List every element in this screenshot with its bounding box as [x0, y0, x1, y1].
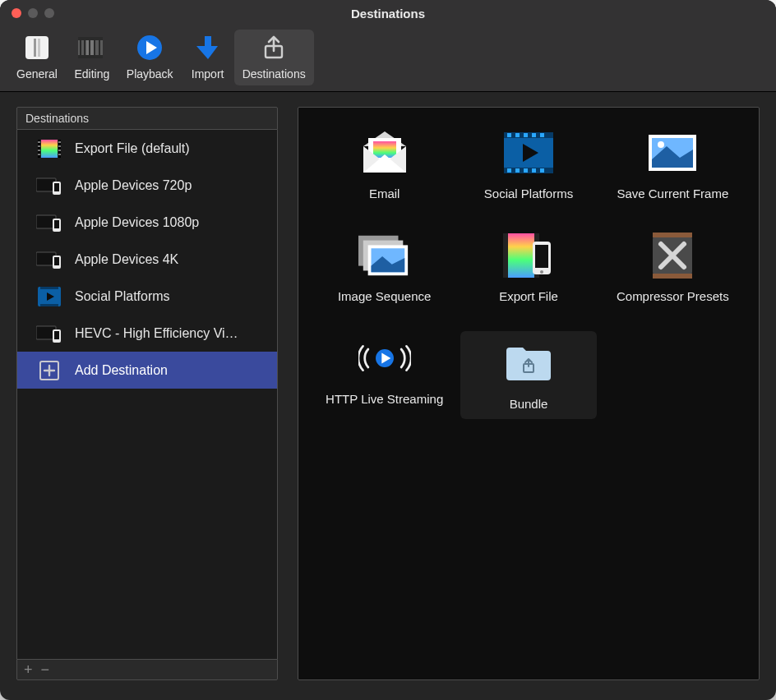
destinations-sidebar: Destinations Export File (default) Apple… [16, 107, 278, 680]
template-export-file[interactable]: Export File [460, 228, 596, 303]
svg-rect-80 [653, 274, 692, 279]
template-label: HTTP Live Streaming [326, 392, 443, 406]
sidebar-item-label: Apple Devices 1080p [75, 215, 199, 230]
svg-rect-58 [507, 168, 511, 173]
template-bundle[interactable]: Bundle [460, 331, 596, 419]
sidebar-item-label: Export File (default) [75, 141, 190, 156]
sidebar-footer: + − [16, 659, 278, 680]
template-label: Email [369, 187, 400, 200]
sequence-icon [358, 232, 411, 279]
sidebar-item-export-file-default[interactable]: Export File (default) [17, 130, 277, 167]
svg-rect-1 [34, 39, 36, 57]
svg-rect-38 [40, 287, 58, 289]
svg-rect-10 [89, 37, 90, 58]
devices-icon [35, 175, 63, 196]
sidebar-item-apple-1080p[interactable]: Apple Devices 1080p [17, 204, 277, 241]
svg-rect-22 [38, 150, 40, 151]
zoom-window-button[interactable] [44, 8, 54, 18]
template-image-sequence[interactable]: Image Sequence [316, 228, 452, 303]
template-save-current-frame[interactable]: Save Current Frame [605, 126, 741, 200]
svg-rect-79 [653, 233, 692, 237]
sidebar-item-label: Apple Devices 720p [75, 178, 192, 193]
tab-destinations-label: Destinations [242, 67, 306, 81]
sidebar-item-apple-720p[interactable]: Apple Devices 720p [17, 167, 277, 204]
templates-grid: Email Social Platforms Save Current Fram… [316, 126, 741, 419]
social-film-icon [502, 129, 555, 177]
template-label: Export File [499, 289, 558, 303]
devices-icon [35, 212, 63, 233]
svg-rect-24 [58, 141, 61, 143]
devices-icon [35, 323, 63, 344]
svg-rect-61 [532, 168, 536, 173]
svg-rect-62 [540, 168, 544, 173]
editing-icon [74, 30, 110, 66]
picture-icon [646, 129, 699, 177]
template-label: Bundle [510, 397, 548, 411]
svg-rect-54 [515, 133, 520, 137]
sidebar-item-apple-4k[interactable]: Apple Devices 4K [17, 241, 277, 278]
template-email[interactable]: Email [316, 126, 452, 200]
tab-destinations[interactable]: Destinations [234, 30, 314, 85]
email-icon [358, 129, 411, 177]
minimize-window-button[interactable] [28, 8, 38, 18]
svg-rect-55 [524, 133, 528, 137]
sidebar-item-hevc[interactable]: HEVC - High Efficiency Vi… [17, 315, 277, 352]
svg-rect-23 [38, 154, 40, 155]
sidebar-item-label: HEVC - High Efficiency Vi… [75, 326, 238, 341]
template-http-live-streaming[interactable]: HTTP Live Streaming [316, 331, 452, 419]
template-label: Compressor Presets [617, 289, 729, 303]
add-destination-button[interactable]: + [24, 662, 33, 677]
svg-rect-33 [54, 220, 59, 228]
window-controls [0, 8, 54, 18]
titlebar: Destinations [0, 0, 776, 26]
svg-rect-39 [40, 304, 58, 306]
sidebar-item-add-destination[interactable]: Add Destination [17, 352, 277, 389]
template-label: Social Platforms [484, 187, 573, 200]
destinations-icon [256, 30, 292, 66]
general-icon [19, 30, 55, 66]
tab-playback-label: Playback [127, 67, 173, 81]
svg-rect-53 [507, 133, 511, 137]
devices-icon [35, 249, 63, 270]
svg-rect-9 [84, 37, 85, 58]
tab-import[interactable]: Import [182, 30, 234, 85]
svg-rect-57 [540, 133, 544, 137]
svg-point-77 [540, 270, 543, 274]
template-social-platforms[interactable]: Social Platforms [460, 126, 596, 200]
template-label: Image Sequence [338, 289, 431, 303]
svg-rect-25 [58, 145, 61, 147]
close-window-button[interactable] [12, 8, 21, 18]
template-compressor-presets[interactable]: Compressor Presets [605, 228, 741, 303]
svg-rect-60 [524, 168, 528, 173]
svg-rect-11 [94, 37, 95, 58]
sidebar-list: Export File (default) Apple Devices 720p… [16, 130, 278, 659]
tab-editing[interactable]: Editing [66, 30, 118, 85]
svg-rect-0 [25, 36, 48, 59]
remove-destination-button[interactable]: − [41, 662, 50, 677]
film-color-icon [35, 138, 63, 159]
content-area: Destinations Export File (default) Apple… [0, 92, 776, 700]
svg-rect-26 [58, 150, 61, 151]
sidebar-item-social-platforms[interactable]: Social Platforms [17, 278, 277, 315]
playback-icon [132, 30, 168, 66]
svg-rect-8 [80, 37, 81, 58]
tab-playback[interactable]: Playback [118, 30, 182, 85]
svg-rect-76 [535, 245, 548, 268]
svg-rect-12 [99, 37, 100, 58]
preferences-window: Destinations General [0, 0, 776, 700]
tab-general[interactable]: General [8, 30, 66, 85]
toolbar: General Editing [0, 26, 776, 92]
export-file-icon [502, 232, 555, 279]
svg-rect-30 [54, 183, 59, 191]
sidebar-item-label: Add Destination [75, 363, 168, 378]
svg-rect-27 [58, 154, 61, 155]
svg-rect-21 [38, 145, 40, 147]
compressor-icon [646, 232, 699, 279]
svg-rect-56 [532, 133, 536, 137]
tab-general-label: General [16, 67, 58, 81]
svg-rect-43 [54, 331, 59, 339]
svg-rect-74 [508, 233, 534, 278]
template-label: Save Current Frame [617, 187, 728, 200]
svg-rect-59 [515, 168, 520, 173]
sidebar-item-label: Social Platforms [75, 289, 170, 304]
